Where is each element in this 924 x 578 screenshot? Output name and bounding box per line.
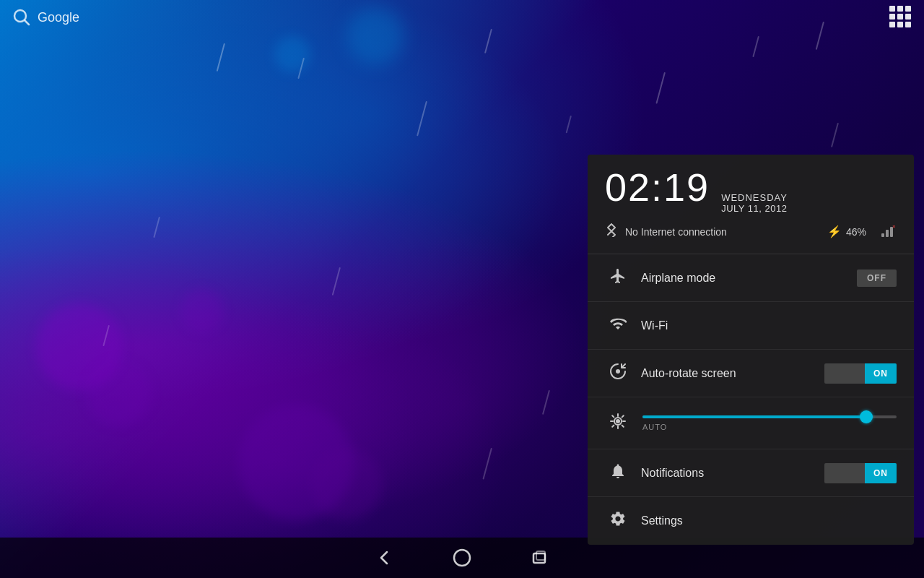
airplane-mode-label: Airplane mode <box>641 272 857 285</box>
airplane-mode-row[interactable]: Airplane mode OFF <box>588 254 914 302</box>
svg-point-8 <box>616 419 620 423</box>
brightness-auto-label: AUTO <box>642 423 897 431</box>
svg-line-13 <box>612 415 614 417</box>
svg-line-16 <box>612 425 614 426</box>
back-button[interactable] <box>374 548 394 568</box>
rain-streak <box>482 448 492 480</box>
rain-streak <box>217 43 225 72</box>
bokeh-circle <box>180 289 224 332</box>
notifications-toggle[interactable]: ON <box>824 463 897 483</box>
qs-header: 02:19 WEDNESDAY JULY 11, 2012 No Interne… <box>588 155 914 254</box>
rain-streak <box>566 116 572 134</box>
apps-dot <box>889 14 895 20</box>
rain-streak <box>655 72 666 104</box>
svg-text:×: × <box>892 223 896 230</box>
home-button[interactable] <box>452 548 472 568</box>
svg-point-18 <box>454 550 470 566</box>
rain-streak <box>417 101 427 137</box>
brightness-icon <box>605 413 631 434</box>
svg-rect-17 <box>612 464 618 468</box>
settings-icon <box>605 510 631 532</box>
search-icon <box>12 7 32 27</box>
google-label: Google <box>38 10 79 25</box>
apps-dot <box>897 14 903 20</box>
rain-streak <box>542 390 550 415</box>
status-row: No Internet connection ⚡ 46% × <box>605 220 897 243</box>
wifi-label: Wi-Fi <box>641 319 897 332</box>
svg-line-14 <box>622 425 624 426</box>
connection-status: No Internet connection <box>625 226 820 238</box>
clock-row: 02:19 WEDNESDAY JULY 11, 2012 <box>605 168 897 214</box>
battery-percentage: 46% <box>846 226 866 238</box>
apps-dot <box>889 6 895 12</box>
auto-rotate-label: Auto-rotate screen <box>641 367 824 380</box>
notifications-label: Notifications <box>641 467 824 480</box>
settings-row[interactable]: Settings <box>588 497 914 545</box>
brightness-fill <box>642 415 866 418</box>
svg-line-1 <box>25 20 29 25</box>
rain-streak <box>332 267 341 296</box>
bokeh-circle <box>310 448 383 520</box>
google-search-bar[interactable]: Google <box>12 7 79 27</box>
bokeh-circle <box>274 36 310 72</box>
recents-button[interactable] <box>530 548 550 568</box>
network-icon: × <box>881 223 897 241</box>
clock-day: WEDNESDAY <box>721 192 788 203</box>
svg-line-15 <box>622 415 624 417</box>
svg-rect-2 <box>881 233 884 237</box>
apps-dot <box>897 6 903 12</box>
apps-dot <box>889 22 895 27</box>
svg-point-6 <box>616 369 620 374</box>
wifi-icon <box>605 315 631 337</box>
clock-full-date: JULY 11, 2012 <box>721 203 788 214</box>
svg-rect-19 <box>533 553 545 563</box>
airplane-mode-toggle[interactable]: OFF <box>857 269 897 287</box>
settings-label: Settings <box>641 514 897 527</box>
rain-streak <box>752 36 759 57</box>
brightness-row[interactable]: AUTO <box>588 397 914 449</box>
apps-dot <box>905 6 911 12</box>
svg-rect-3 <box>886 230 889 237</box>
notifications-icon <box>605 462 631 484</box>
clock-date-block: WEDNESDAY JULY 11, 2012 <box>721 192 788 214</box>
auto-rotate-row[interactable]: Auto-rotate screen ON <box>588 350 914 397</box>
brightness-track[interactable] <box>642 415 897 418</box>
auto-rotate-toggle[interactable]: ON <box>824 363 897 384</box>
rain-streak <box>831 123 839 147</box>
wifi-row[interactable]: Wi-Fi <box>588 302 914 350</box>
apps-grid-icon[interactable] <box>889 6 912 29</box>
auto-rotate-icon <box>605 363 631 384</box>
notifications-row[interactable]: Notifications ON <box>588 449 914 497</box>
battery-row: ⚡ 46% <box>827 225 866 238</box>
battery-icon: ⚡ <box>827 225 842 238</box>
bluetooth-icon <box>605 223 618 241</box>
airplane-icon <box>605 267 631 289</box>
topbar: Google <box>0 0 924 35</box>
apps-dot <box>905 22 911 27</box>
quick-settings-panel: 02:19 WEDNESDAY JULY 11, 2012 No Interne… <box>588 155 914 545</box>
clock-time: 02:19 <box>605 168 710 207</box>
apps-dot <box>897 22 903 27</box>
rain-streak <box>153 217 160 238</box>
apps-dot <box>905 14 911 20</box>
brightness-slider-container[interactable]: AUTO <box>642 415 897 431</box>
bokeh-circle <box>87 361 152 426</box>
brightness-thumb[interactable] <box>860 410 873 423</box>
